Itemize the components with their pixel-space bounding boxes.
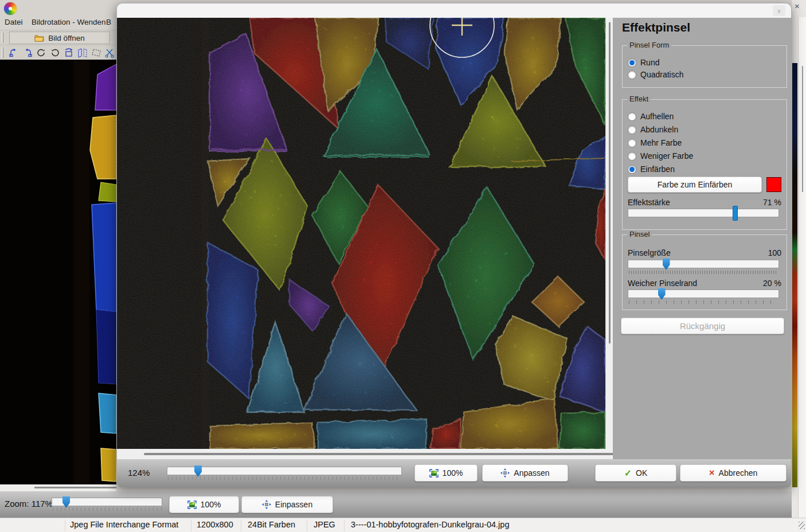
background-vscrollbar-thumb[interactable]: [802, 66, 803, 192]
status-separator: [344, 519, 345, 531]
background-image-sliver: [792, 63, 797, 487]
status-format-short: JPEG: [314, 520, 335, 529]
ok-check-icon: ✓: [624, 468, 632, 479]
cancel-label: Abbrechen: [719, 468, 758, 478]
menu-bildrotation[interactable]: Bildrotation - Wenden: [32, 18, 106, 26]
status-bar: Jpeg File Interchange Format 1200x800 24…: [0, 518, 806, 532]
radio-quadratisch-circle[interactable]: [628, 71, 636, 79]
dialog-zoom-slider[interactable]: [167, 467, 402, 475]
dialog-zoom-100-label: 100%: [443, 468, 463, 478]
background-hscrollbar[interactable]: [0, 484, 116, 491]
dialog-fit-button[interactable]: Anpassen: [482, 464, 568, 482]
window-zoom-bar: Zoom: 117% 100% Einpassen: [0, 491, 806, 518]
rotate-left-90-icon[interactable]: [7, 46, 21, 59]
brush-size-value: 100: [768, 248, 781, 257]
window-fit-label: Einpassen: [275, 500, 312, 509]
preview-vscrollbar-thumb[interactable]: [609, 22, 611, 343]
radio-einfaerben-circle[interactable]: [628, 165, 636, 174]
preview-hscrollbar[interactable]: [117, 449, 613, 459]
window-zoom-100-button[interactable]: 100%: [169, 496, 239, 513]
radio-rund[interactable]: Rund: [628, 58, 659, 67]
undo-button[interactable]: Rückgängig: [621, 318, 784, 334]
toolbar-open: Bild öffnen: [0, 30, 116, 45]
status-color-depth: 24Bit Farben: [248, 520, 295, 529]
radio-rund-circle[interactable]: [628, 58, 636, 67]
rotate-ccw-icon[interactable]: [34, 46, 48, 59]
folder-icon: [34, 34, 44, 42]
radio-quadratisch[interactable]: Quadratisch: [628, 70, 683, 79]
scissors-icon[interactable]: [103, 46, 117, 59]
brush-size-ticks: [629, 271, 778, 274]
radio-mehr-farbe-label: Mehr Farbe: [640, 138, 682, 147]
radio-weniger-farbe-label: Weniger Farbe: [640, 151, 693, 161]
rotate-cw-icon[interactable]: [48, 46, 62, 59]
color-swatch[interactable]: [766, 177, 781, 192]
window-close-icon[interactable]: ×: [795, 1, 800, 11]
dialog-zoom-slider-thumb[interactable]: [194, 466, 202, 477]
menu-bild-cut[interactable]: B: [106, 18, 111, 26]
zoom-100-icon: [187, 500, 197, 509]
preview-vscrollbar[interactable]: [605, 18, 613, 449]
menu-datei[interactable]: Datei: [5, 18, 23, 26]
cancel-x-icon: ×: [709, 467, 715, 479]
radio-einfaerben-label: Einfärben: [640, 165, 675, 174]
window-zoom-slider[interactable]: [52, 498, 162, 506]
radio-weniger-farbe[interactable]: Weniger Farbe: [628, 151, 693, 161]
image-preview[interactable]: [117, 18, 605, 449]
dialog-zoom-value: 124%: [128, 468, 150, 478]
toolbar-handle2[interactable]: [2, 48, 3, 58]
radio-abdunkeln[interactable]: Abdunkeln: [628, 125, 678, 134]
radio-rund-label: Rund: [640, 58, 659, 67]
status-separator: [307, 519, 307, 531]
open-image-button[interactable]: Bild öffnen: [9, 32, 110, 44]
resize-grip[interactable]: [799, 522, 805, 529]
soft-edge-value: 20 %: [763, 279, 781, 288]
flip-icon[interactable]: [62, 46, 76, 59]
radio-aufhellen-circle[interactable]: [628, 112, 636, 121]
window-zoom-100-label: 100%: [201, 500, 221, 509]
background-hscrollbar-thumb[interactable]: [34, 487, 116, 488]
color-picker-label: Farbe zum Einfärben: [658, 180, 733, 189]
background-vscrollbar[interactable]: [798, 17, 806, 518]
group-effekt-label: Effekt: [627, 95, 651, 103]
cancel-button[interactable]: × Abbrechen: [680, 464, 787, 482]
fit-arrows-icon: [262, 500, 271, 509]
free-rotate-icon[interactable]: [89, 46, 103, 59]
soft-edge-ticks: [629, 300, 778, 304]
radio-quadratisch-label: Quadratisch: [640, 70, 683, 79]
open-image-label: Bild öffnen: [48, 34, 85, 42]
radio-einfaerben[interactable]: Einfärben: [628, 165, 675, 174]
app-icon: [4, 2, 17, 15]
window-zoom-slider-thumb[interactable]: [62, 496, 70, 508]
undo-label: Rückgängig: [680, 321, 725, 331]
toolbar-handle[interactable]: [2, 33, 3, 43]
ok-button[interactable]: ✓ OK: [595, 464, 676, 482]
radio-abdunkeln-label: Abdunkeln: [640, 125, 678, 134]
dialog-close-button[interactable]: x: [773, 5, 785, 16]
window-zoom-ticks: [53, 507, 162, 511]
group-pinsel-label: Pinsel: [627, 230, 652, 238]
background-image-canvas[interactable]: [0, 60, 116, 484]
soft-edge-slider[interactable]: [628, 290, 779, 298]
radio-mehr-farbe[interactable]: Mehr Farbe: [628, 138, 682, 147]
dialog-zoom-100-button[interactable]: 100%: [414, 464, 478, 482]
window-fit-button[interactable]: Einpassen: [241, 496, 333, 513]
strength-slider-thumb[interactable]: [733, 206, 738, 221]
radio-aufhellen-label: Aufhellen: [640, 112, 674, 121]
dialog-zoom-ticks: [168, 476, 401, 480]
radio-aufhellen[interactable]: Aufhellen: [628, 112, 674, 121]
strength-label: Effektstärke: [628, 198, 670, 207]
zoom-100-icon: [429, 469, 439, 478]
radio-weniger-farbe-circle[interactable]: [628, 152, 636, 161]
rotate-right-90-icon[interactable]: [21, 46, 34, 59]
group-pinsel-form-label: Pinsel Form: [627, 41, 671, 49]
radio-mehr-farbe-circle[interactable]: [628, 139, 636, 147]
dialog-titlebar[interactable]: x: [117, 3, 791, 18]
mirror-icon[interactable]: [76, 46, 89, 59]
color-picker-button[interactable]: Farbe zum Einfärben: [628, 177, 762, 193]
strength-slider[interactable]: [628, 209, 779, 217]
effektpinsel-dialog: x: [116, 3, 792, 487]
brush-size-slider[interactable]: [628, 260, 779, 268]
radio-abdunkeln-circle[interactable]: [628, 126, 636, 134]
fit-arrows-icon: [500, 468, 510, 478]
